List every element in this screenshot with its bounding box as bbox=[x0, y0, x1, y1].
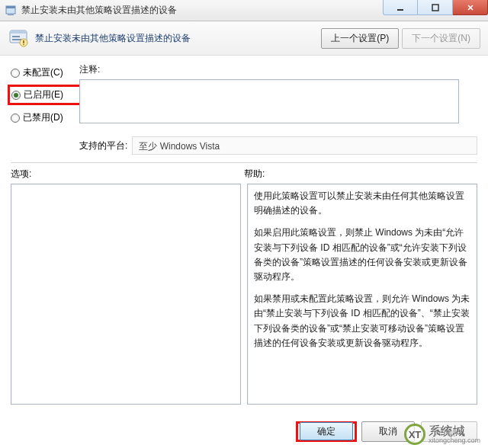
svg-rect-2 bbox=[8, 14, 14, 15]
minimize-button[interactable] bbox=[383, 0, 418, 15]
radio-icon bbox=[11, 114, 20, 123]
radio-label: 已启用(E) bbox=[24, 88, 63, 101]
cancel-button[interactable]: 取消 bbox=[361, 421, 415, 442]
window-controls bbox=[383, 0, 488, 15]
radio-not-configured[interactable]: 未配置(C) bbox=[11, 66, 79, 79]
svg-rect-1 bbox=[6, 6, 15, 8]
policy-icon bbox=[8, 27, 29, 49]
comment-input[interactable] bbox=[79, 79, 459, 123]
apply-button: 应用(A) bbox=[421, 421, 477, 442]
svg-rect-13 bbox=[23, 44, 24, 45]
options-pane[interactable] bbox=[11, 184, 241, 405]
previous-setting-button[interactable]: 上一个设置(P) bbox=[321, 28, 399, 49]
svg-rect-8 bbox=[10, 30, 27, 34]
comment-label: 注释: bbox=[79, 63, 477, 76]
svg-rect-9 bbox=[12, 36, 20, 37]
help-label: 帮助: bbox=[244, 168, 477, 181]
header-title: 禁止安装未由其他策略设置描述的设备 bbox=[35, 32, 321, 45]
help-pane: 使用此策略设置可以禁止安装未由任何其他策略设置明确描述的设备。 如果启用此策略设… bbox=[247, 184, 477, 405]
help-paragraph: 如果启用此策略设置，则禁止 Windows 为未由“允许安装与下列设备 ID 相… bbox=[254, 226, 470, 284]
ok-button[interactable]: 确定 bbox=[300, 422, 353, 440]
radio-label: 未配置(C) bbox=[23, 66, 63, 79]
svg-rect-3 bbox=[397, 9, 403, 11]
next-setting-button: 下一个设置(N) bbox=[402, 28, 480, 49]
footer: 确定 取消 应用(A) bbox=[297, 421, 477, 442]
help-paragraph: 如果禁用或未配置此策略设置，则允许 Windows 为未由“禁止安装与下列设备 … bbox=[254, 292, 470, 350]
radio-icon bbox=[11, 91, 21, 100]
header: 禁止安装未由其他策略设置描述的设备 上一个设置(P) 下一个设置(N) bbox=[0, 21, 488, 56]
app-icon bbox=[5, 5, 17, 17]
svg-rect-12 bbox=[23, 40, 24, 43]
options-label: 选项: bbox=[11, 168, 244, 181]
platforms-value: 至少 Windows Vista bbox=[132, 136, 477, 155]
radio-icon bbox=[11, 69, 20, 78]
close-button[interactable] bbox=[453, 0, 488, 15]
platforms-label: 支持的平台: bbox=[79, 139, 127, 152]
radio-label: 已禁用(D) bbox=[23, 111, 63, 124]
radio-disabled[interactable]: 已禁用(D) bbox=[11, 111, 79, 124]
svg-rect-4 bbox=[432, 5, 438, 11]
help-paragraph: 使用此策略设置可以禁止安装未由任何其他策略设置明确描述的设备。 bbox=[254, 189, 470, 218]
maximize-button[interactable] bbox=[418, 0, 453, 15]
radio-enabled[interactable]: 已启用(E) bbox=[11, 88, 79, 101]
window-title: 禁止安装未由其他策略设置描述的设备 bbox=[21, 4, 177, 17]
